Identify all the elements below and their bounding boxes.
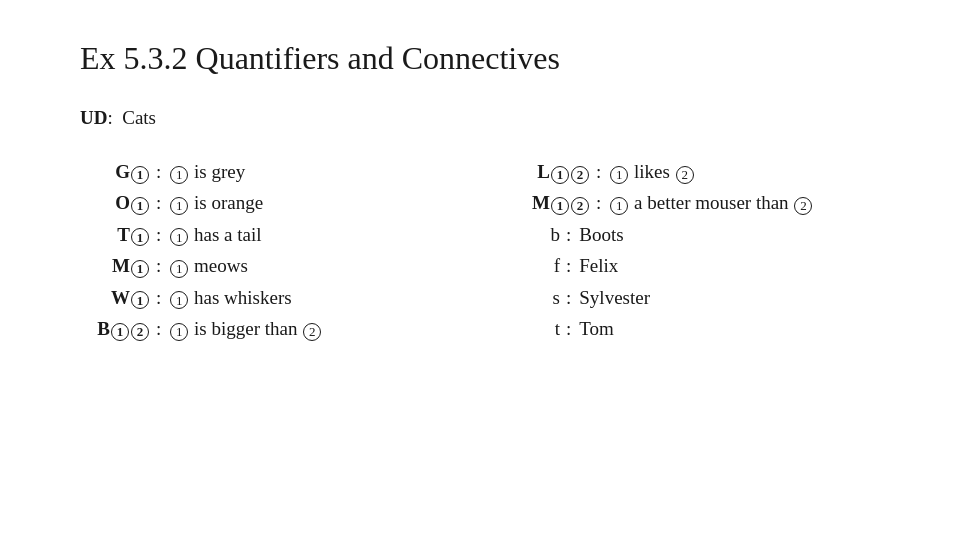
- pred-label-M1: M1: [80, 251, 150, 280]
- circled-1: 1: [170, 228, 188, 246]
- circled-1: 1: [610, 197, 628, 215]
- circled-2: 2: [571, 166, 589, 184]
- circled-1: 1: [170, 166, 188, 184]
- circled-1: 1: [170, 197, 188, 215]
- constant-row-b: b: Boots: [520, 220, 880, 249]
- predicate-row-W: W1: 1 has whiskers: [80, 283, 520, 312]
- predicate-row-T: T1: 1 has a tail: [80, 220, 520, 249]
- pred-label-T: T1: [80, 220, 150, 249]
- predicate-row-M2: M12: 1 a better mouser than 2: [520, 188, 880, 217]
- circled-1: 1: [131, 228, 149, 246]
- pred-label-L: L12: [520, 157, 590, 186]
- circled-1: 1: [131, 197, 149, 215]
- pred-label-O: O1: [80, 188, 150, 217]
- page: Ex 5.3.2 Quantifiers and Connectives UD:…: [0, 0, 960, 540]
- const-label-t: t: [520, 314, 560, 343]
- circled-2: 2: [303, 323, 321, 341]
- circled-1: 1: [170, 323, 188, 341]
- circled-1: 1: [170, 291, 188, 309]
- left-column: G1: 1 is grey O1: 1 is orange T1: 1 has …: [80, 157, 520, 346]
- predicate-row-O: O1: 1 is orange: [80, 188, 520, 217]
- const-value-t: Tom: [579, 314, 614, 343]
- circled-1: 1: [551, 197, 569, 215]
- circled-1: 1: [131, 291, 149, 309]
- ud-label: UD: [80, 107, 107, 128]
- const-label-b: b: [520, 220, 560, 249]
- predicate-row-B: B12: 1 is bigger than 2: [80, 314, 520, 343]
- pred-label-G: G1: [80, 157, 150, 186]
- circled-2: 2: [571, 197, 589, 215]
- circled-2: 2: [794, 197, 812, 215]
- content-area: G1: 1 is grey O1: 1 is orange T1: 1 has …: [80, 157, 880, 346]
- constant-row-t: t: Tom: [520, 314, 880, 343]
- const-label-f: f: [520, 251, 560, 280]
- circled-1: 1: [131, 166, 149, 184]
- pred-label-B: B12: [80, 314, 150, 343]
- const-value-s: Sylvester: [579, 283, 650, 312]
- circled-1: 1: [170, 260, 188, 278]
- pred-label-W: W1: [80, 283, 150, 312]
- page-title: Ex 5.3.2 Quantifiers and Connectives: [80, 40, 880, 77]
- const-label-s: s: [520, 283, 560, 312]
- predicate-row-G: G1: 1 is grey: [80, 157, 520, 186]
- const-value-b: Boots: [579, 220, 623, 249]
- pred-label-M2: M12: [520, 188, 590, 217]
- circled-1: 1: [551, 166, 569, 184]
- constant-row-f: f: Felix: [520, 251, 880, 280]
- const-value-f: Felix: [579, 251, 618, 280]
- circled-2: 2: [676, 166, 694, 184]
- predicate-row-M1: M1: 1 meows: [80, 251, 520, 280]
- ud-row: UD: Cats: [80, 107, 880, 129]
- circled-2: 2: [131, 323, 149, 341]
- circled-1: 1: [111, 323, 129, 341]
- circled-1: 1: [610, 166, 628, 184]
- constant-row-s: s: Sylvester: [520, 283, 880, 312]
- ud-value: Cats: [122, 107, 156, 128]
- right-column: L12: 1 likes 2 M12: 1 a better mouser th…: [520, 157, 880, 346]
- predicate-row-L: L12: 1 likes 2: [520, 157, 880, 186]
- circled-1: 1: [131, 260, 149, 278]
